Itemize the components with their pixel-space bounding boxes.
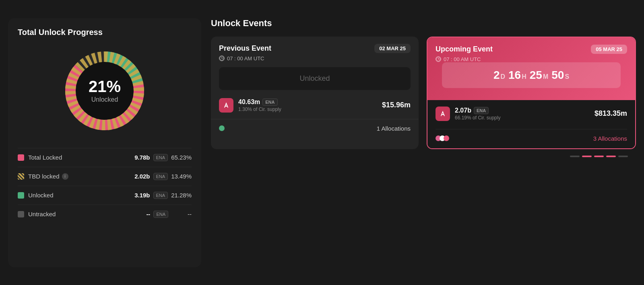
ena-badge-0: ENA: [153, 154, 168, 161]
legend-pct-unlocked: 21.28%: [171, 192, 192, 199]
legend-item-unlocked: Unlocked 3.19b ENA 21.28%: [18, 186, 192, 205]
legend-name-total-locked: Total Locked: [28, 154, 134, 161]
bottom-dots: [211, 156, 636, 157]
previous-token-left: 40.63m ENA 1.30% of Cir. supply: [219, 98, 281, 113]
bottom-dot-3[interactable]: [594, 156, 604, 157]
legend-icon-green: [18, 192, 24, 199]
clock-icon-prev: [219, 55, 225, 61]
legend-value-total-locked: 9.78b: [134, 154, 150, 161]
donut-center: 21% Unlocked: [89, 78, 121, 103]
bottom-dot-4[interactable]: [606, 156, 616, 157]
ena-badge-3: ENA: [153, 211, 168, 218]
svg-rect-11: [438, 109, 447, 118]
legend-pct-total-locked: 65.23%: [171, 154, 192, 161]
previous-token-supply: 1.30% of Cir. supply: [238, 107, 281, 112]
previous-ena-badge: ENA: [262, 98, 277, 106]
legend-name-unlocked: Unlocked: [28, 192, 134, 199]
countdown-seconds: 50 S: [551, 69, 569, 82]
upcoming-ena-badge: ENA: [474, 107, 489, 114]
donut-percent: 21%: [89, 78, 121, 94]
legend-value-untracked: --: [146, 211, 150, 217]
upcoming-token-details: 2.07b ENA 66.19% of Cir. supply: [455, 107, 500, 121]
upcoming-token-supply: 66.19% of Cir. supply: [455, 115, 500, 121]
upcoming-event-header: Upcoming Event 05 MAR 25 07 : 00 AM UTC: [427, 37, 635, 100]
previous-event-header-top: Previous Event 02 MAR 25: [219, 44, 411, 53]
upcoming-token-info: 2.07b ENA 66.19% of Cir. supply $813.35m: [436, 107, 627, 121]
legend-pct-untracked: --: [171, 211, 192, 217]
countdown-hours: 16 H: [508, 69, 526, 82]
legend-pct-tbd-locked: 13.49%: [171, 173, 192, 180]
upcoming-token-left: 2.07b ENA 66.19% of Cir. supply: [436, 107, 500, 121]
previous-allocations-bar: 1 Allocations: [211, 119, 419, 137]
legend-name-untracked: Untracked: [28, 211, 146, 217]
legend-value-tbd-locked: 2.02b: [134, 173, 150, 180]
previous-token-logo: [219, 98, 233, 113]
previous-event-time: 07 : 00 AM UTC: [219, 55, 411, 62]
right-section: Unlock Events Previous Event 02 MAR 25: [211, 18, 636, 157]
unlocked-status: Unlocked: [219, 67, 411, 90]
legend-icon-pink: [18, 154, 24, 161]
bottom-dot-1[interactable]: [570, 156, 580, 157]
upcoming-token-usd: $813.35m: [594, 109, 627, 118]
upcoming-token-logo: [436, 107, 450, 121]
main-container: Total Unlock Progress 21% Unlocked: [8, 18, 636, 267]
alloc-dot-3: [444, 135, 449, 141]
countdown-minutes: 25 M: [530, 69, 548, 82]
left-panel: Total Unlock Progress 21% Unlocked: [8, 18, 201, 267]
svg-rect-7: [222, 101, 231, 110]
bottom-dot-2[interactable]: [582, 156, 592, 157]
legend-item-tbd-locked: TBD locked i 2.02b ENA 13.49%: [18, 167, 192, 186]
previous-time-text: 07 : 00 AM UTC: [227, 55, 264, 62]
previous-token-info: 40.63m ENA 1.30% of Cir. supply $15.96m: [219, 98, 411, 113]
legend-icon-tbd: [18, 173, 24, 180]
previous-token-usd: $15.96m: [382, 101, 411, 109]
previous-token-details: 40.63m ENA 1.30% of Cir. supply: [238, 98, 281, 112]
previous-event-date: 02 MAR 25: [374, 44, 411, 53]
previous-event-card: Previous Event 02 MAR 25 07 : 00 AM UTC: [211, 37, 419, 149]
upcoming-alloc-text: 3 Allocations: [593, 135, 627, 142]
ena-badge-1: ENA: [153, 173, 168, 180]
previous-event-title: Previous Event: [219, 44, 271, 53]
previous-event-header: Previous Event 02 MAR 25 07 : 00 AM UTC: [211, 37, 419, 67]
info-icon[interactable]: i: [62, 173, 68, 180]
legend-value-unlocked: 3.19b: [134, 192, 150, 199]
upcoming-event-title: Upcoming Event: [436, 45, 493, 53]
panel-title: Total Unlock Progress: [18, 28, 192, 37]
upcoming-token-section: 2.07b ENA 66.19% of Cir. supply $813.35m: [427, 100, 635, 148]
upcoming-alloc-dots: [436, 135, 449, 141]
upcoming-token-amount: 2.07b ENA: [455, 107, 500, 114]
previous-alloc-dot: [219, 125, 225, 131]
events-container: Previous Event 02 MAR 25 07 : 00 AM UTC: [211, 37, 636, 149]
clock-icon-upcoming: [436, 56, 441, 62]
ena-badge-2: ENA: [153, 192, 168, 199]
upcoming-time-text: 07 : 00 AM UTC: [444, 56, 481, 62]
legend: Total Locked 9.78b ENA 65.23% TBD locked…: [18, 148, 192, 223]
section-title: Unlock Events: [211, 18, 636, 29]
upcoming-event-header-top: Upcoming Event 05 MAR 25: [436, 45, 627, 54]
upcoming-event-card: Upcoming Event 05 MAR 25 07 : 00 AM UTC: [427, 37, 636, 149]
legend-name-tbd-locked: TBD locked i: [28, 173, 134, 180]
legend-icon-gray: [18, 211, 24, 217]
previous-alloc-text: 1 Allocations: [377, 125, 411, 132]
previous-token-amount: 40.63m ENA: [238, 98, 281, 106]
upcoming-allocations-bar: 3 Allocations: [436, 129, 627, 142]
countdown-box: 2 D 16 H 25 M 50 S: [442, 62, 621, 88]
legend-item-total-locked: Total Locked 9.78b ENA 65.23%: [18, 148, 192, 167]
countdown-days: 2 D: [493, 69, 505, 82]
donut-label: Unlocked: [89, 96, 121, 103]
upcoming-event-date: 05 MAR 25: [591, 45, 627, 54]
donut-container: 21% Unlocked: [18, 47, 192, 135]
bottom-dot-5[interactable]: [618, 156, 628, 157]
legend-item-untracked: Untracked -- ENA --: [18, 205, 192, 223]
upcoming-event-time: 07 : 00 AM UTC: [436, 56, 627, 62]
